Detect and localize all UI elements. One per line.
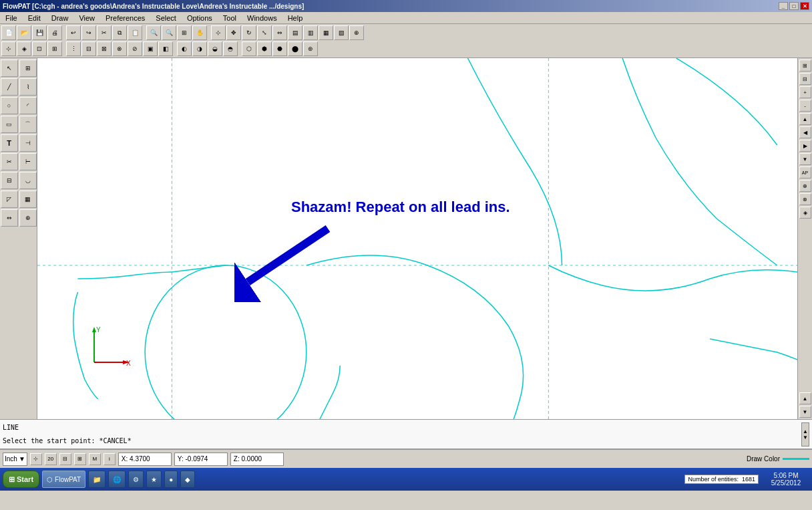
- tool-arc[interactable]: ◜: [19, 97, 37, 114]
- maximize-button[interactable]: □: [789, 2, 799, 10]
- tb2-16[interactable]: ⬡: [242, 41, 256, 56]
- tb2-19[interactable]: ⬤: [288, 41, 302, 56]
- tb2-12[interactable]: ◐: [177, 41, 192, 56]
- tb-copy[interactable]: ⧉: [112, 25, 127, 40]
- tb2-18[interactable]: ⬣: [272, 41, 287, 56]
- menu-windows[interactable]: Windows: [244, 13, 280, 23]
- tb-zoom-out[interactable]: 🔍: [162, 25, 176, 40]
- unit-dropdown[interactable]: Inch ▼: [3, 453, 27, 466]
- tb2-15[interactable]: ◓: [223, 41, 238, 56]
- tb-scale[interactable]: ⤡: [257, 25, 272, 40]
- tb-new[interactable]: 📄: [1, 25, 16, 40]
- tool-select-box[interactable]: ⊞: [19, 59, 37, 77]
- tool-fillet[interactable]: ◡: [19, 172, 37, 189]
- tb-open[interactable]: 📂: [17, 25, 31, 40]
- tb2-7[interactable]: ⊠: [97, 41, 112, 56]
- tool-circle[interactable]: ○: [1, 97, 18, 114]
- menu-help[interactable]: Help: [285, 13, 306, 23]
- start-button[interactable]: ⊞ Start: [3, 471, 39, 488]
- tb2-9[interactable]: ⊘: [128, 41, 142, 56]
- tb2-5[interactable]: ⋮: [66, 41, 81, 56]
- menu-file[interactable]: File: [3, 13, 20, 23]
- tb-undo[interactable]: ↩: [66, 25, 81, 40]
- tb2-6[interactable]: ⊟: [81, 41, 96, 56]
- tb-arr5[interactable]: ⊕: [349, 25, 364, 40]
- unit-dropdown-arrow[interactable]: ▼: [19, 455, 25, 463]
- rs-scroll-down[interactable]: ▼: [799, 406, 811, 418]
- tool-text[interactable]: T: [1, 134, 18, 152]
- tb-arr2[interactable]: ▥: [303, 25, 318, 40]
- taskbar-app-flowpat[interactable]: ⬡ FlowPAT: [42, 471, 85, 488]
- tb2-2[interactable]: ◈: [17, 41, 31, 56]
- sb-tb1[interactable]: ⊹: [30, 453, 42, 465]
- tb-save[interactable]: 💾: [32, 25, 47, 40]
- tb-cut[interactable]: ✂: [97, 25, 112, 40]
- rs-pan-down[interactable]: ▼: [799, 153, 811, 165]
- tool-rect[interactable]: ▭: [1, 116, 18, 133]
- tool-polyline[interactable]: ⌇: [19, 78, 37, 96]
- rs-tool2[interactable]: ⊗: [799, 193, 811, 205]
- tb-print[interactable]: 🖨: [47, 25, 62, 40]
- tool-extend[interactable]: ⊢: [19, 153, 37, 170]
- sb-tb4[interactable]: ⊞: [74, 453, 86, 465]
- tb-select[interactable]: ⊹: [211, 25, 226, 40]
- rs-pan-up[interactable]: ▲: [799, 113, 811, 125]
- rs-pan-left[interactable]: ◀: [799, 126, 811, 138]
- menu-options[interactable]: Options: [184, 13, 215, 23]
- rs-zoom-in[interactable]: +: [799, 86, 811, 98]
- tb2-20[interactable]: ⊛: [303, 41, 318, 56]
- menu-preferences[interactable]: Preferences: [103, 13, 148, 23]
- menu-view[interactable]: View: [76, 13, 97, 23]
- tb2-17[interactable]: ⬢: [257, 41, 272, 56]
- menu-select[interactable]: Select: [153, 13, 179, 23]
- tool-trim[interactable]: ✂: [1, 153, 18, 170]
- tb2-11[interactable]: ◧: [158, 41, 173, 56]
- tool-chamfer[interactable]: ◸: [1, 190, 18, 208]
- rs-ap[interactable]: AP: [799, 166, 811, 178]
- menu-tool[interactable]: Tool: [220, 13, 239, 23]
- canvas-area[interactable]: Shazam! Repeat on all lead ins. Y X: [37, 58, 797, 419]
- taskbar-app-4[interactable]: ⚙: [128, 471, 144, 488]
- taskbar-app-firefox[interactable]: 🌐: [108, 471, 126, 488]
- rs-zoom-all[interactable]: ⊞: [799, 59, 811, 72]
- rs-zoom-win[interactable]: ⊟: [799, 73, 811, 85]
- rs-zoom-out[interactable]: -: [799, 100, 811, 112]
- tb2-14[interactable]: ◒: [208, 41, 222, 56]
- tb2-10[interactable]: ▣: [143, 41, 158, 56]
- draw-color-swatch[interactable]: [783, 458, 809, 460]
- tool-offset[interactable]: ⊟: [1, 172, 18, 189]
- rs-pan-right[interactable]: ▶: [799, 140, 811, 152]
- rs-scroll-up[interactable]: ▲: [799, 392, 811, 404]
- tb-zoom-in[interactable]: 🔍: [146, 25, 161, 40]
- rs-tool1[interactable]: ⊕: [799, 180, 811, 192]
- tb-paste[interactable]: 📋: [128, 25, 142, 40]
- menu-draw[interactable]: Draw: [49, 13, 71, 23]
- tb-arr4[interactable]: ▧: [334, 25, 349, 40]
- taskbar-app-7[interactable]: ◆: [180, 471, 195, 488]
- tool-hatch[interactable]: ▦: [19, 190, 37, 208]
- tb-redo[interactable]: ↪: [81, 25, 96, 40]
- tool-spline[interactable]: ⌒: [19, 116, 37, 133]
- close-button[interactable]: ✕: [800, 2, 809, 10]
- taskbar-app-explorer[interactable]: 📁: [88, 471, 106, 488]
- sb-tb2[interactable]: 20: [45, 453, 57, 465]
- tb2-4[interactable]: ⊞: [47, 41, 62, 56]
- command-scroll[interactable]: ▲▼: [801, 422, 809, 447]
- minimize-button[interactable]: _: [779, 2, 788, 10]
- tool-dim[interactable]: ⊣: [19, 134, 37, 152]
- tb2-8[interactable]: ⊗: [112, 41, 127, 56]
- sb-tb5[interactable]: M: [89, 453, 101, 465]
- tb2-1[interactable]: ⊹: [1, 41, 16, 56]
- tb-pan[interactable]: ✋: [192, 25, 207, 40]
- tb-arr3[interactable]: ▦: [319, 25, 333, 40]
- tb-arr1[interactable]: ▤: [288, 25, 302, 40]
- tb-mirror[interactable]: ⇔: [272, 25, 287, 40]
- tb-move[interactable]: ✥: [226, 25, 241, 40]
- tb2-3[interactable]: ⊡: [32, 41, 47, 56]
- rs-tool3[interactable]: ◈: [799, 207, 811, 219]
- tool-line[interactable]: ╱: [1, 78, 18, 96]
- sb-tb3[interactable]: ⊟: [59, 453, 71, 465]
- taskbar-app-5[interactable]: ★: [146, 471, 162, 488]
- taskbar-app-6[interactable]: ●: [164, 471, 178, 488]
- tool-snap[interactable]: ⊕: [19, 209, 37, 227]
